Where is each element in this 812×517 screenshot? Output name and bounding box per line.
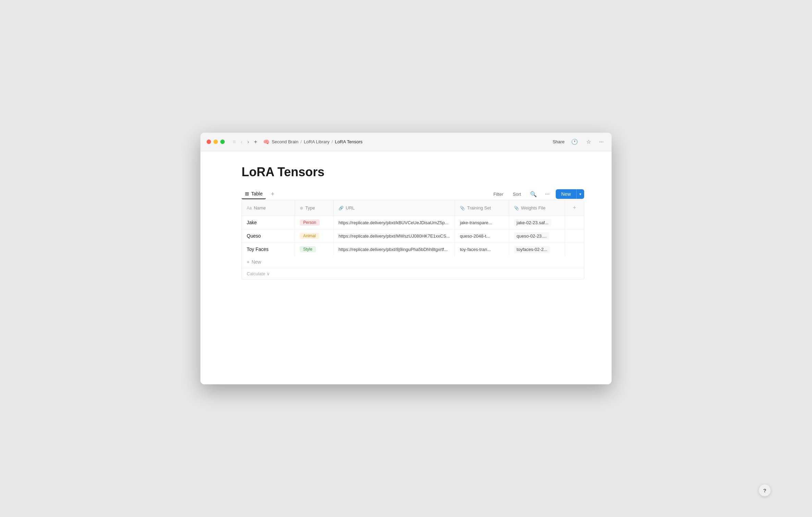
favorite-button[interactable]: ☆ xyxy=(585,137,593,146)
col-header-weights-file[interactable]: 📎 Weights File xyxy=(509,200,565,216)
name-col-label: Name xyxy=(254,205,266,211)
cell-name-queso[interactable]: Queso xyxy=(242,229,295,243)
calculate-label: Calculate xyxy=(247,271,265,276)
history-button[interactable]: 🕐 xyxy=(569,137,580,146)
add-new-row-button[interactable]: + New xyxy=(242,256,584,268)
url-value-jake: https://replicate.delivery/pbxt/kBUVCeUe… xyxy=(339,220,448,225)
help-button[interactable]: ? xyxy=(759,484,771,496)
forward-button[interactable]: › xyxy=(246,138,251,146)
table-row[interactable]: Queso Animal https://replicate.delivery/… xyxy=(242,229,584,243)
tag-animal[interactable]: Animal xyxy=(300,233,319,239)
name-value-toyfaces: Toy Faces xyxy=(247,247,269,252)
back-button[interactable]: ‹ xyxy=(239,138,244,146)
table-view-icon: ⊞ xyxy=(245,191,249,196)
page-title: LoRA Tensors xyxy=(242,165,584,179)
table-row[interactable]: Toy Faces Style https://replicate.delive… xyxy=(242,243,584,256)
cell-type-jake[interactable]: Person xyxy=(295,216,333,229)
search-button[interactable]: 🔍 xyxy=(528,190,539,199)
tag-style[interactable]: Style xyxy=(300,246,316,252)
tab-table[interactable]: ⊞ Table xyxy=(242,189,266,199)
workspace-name[interactable]: Second Brain xyxy=(272,139,298,144)
fullscreen-button[interactable] xyxy=(220,140,225,144)
breadcrumb-sep-2: / xyxy=(332,139,333,144)
sort-button[interactable]: Sort xyxy=(510,190,524,198)
calculate-chevron-icon: ∨ xyxy=(267,271,270,276)
weights-value-queso: queso-02-23.... xyxy=(514,232,549,240)
add-icon: + xyxy=(247,259,249,265)
cell-weights-toyfaces[interactable]: toyfaces-02-2... xyxy=(509,243,565,256)
cell-weights-queso[interactable]: queso-02-23.... xyxy=(509,229,565,243)
training-value-queso: queso-2048-t... xyxy=(460,233,490,239)
share-button[interactable]: Share xyxy=(553,139,565,144)
cell-training-jake[interactable]: jake-transpare... xyxy=(455,216,509,229)
data-table-container: Aa Name ⊕ Type 🔗 xyxy=(242,200,584,279)
url-value-toyfaces: https://replicate.delivery/pbxt/8j9inguP… xyxy=(339,247,448,252)
cell-name-toyfaces[interactable]: Toy Faces xyxy=(242,243,295,256)
cell-training-toyfaces[interactable]: toy-faces-tran... xyxy=(455,243,509,256)
url-col-label: URL xyxy=(346,205,355,211)
cell-training-queso[interactable]: queso-2048-t... xyxy=(455,229,509,243)
cell-empty-2 xyxy=(565,229,584,243)
tag-person[interactable]: Person xyxy=(300,219,320,226)
training-col-icon: 📎 xyxy=(460,206,465,211)
col-add-button[interactable]: + xyxy=(565,200,584,216)
nav-buttons: ≡ ‹ › + xyxy=(231,138,259,146)
breadcrumb-sep-1: / xyxy=(300,139,302,144)
cell-url-jake[interactable]: https://replicate.delivery/pbxt/kBUVCeUe… xyxy=(334,216,455,229)
url-value-queso: https://replicate.delivery/pbxt/MWszUJ08… xyxy=(339,233,450,239)
data-table: Aa Name ⊕ Type 🔗 xyxy=(242,200,584,256)
weights-col-icon: 📎 xyxy=(514,206,519,211)
add-page-button[interactable]: + xyxy=(252,138,259,146)
view-tabs: ⊞ Table + xyxy=(242,189,276,199)
filter-button[interactable]: Filter xyxy=(491,190,506,198)
cell-weights-jake[interactable]: jake-02-23.saf... xyxy=(509,216,565,229)
weights-col-label: Weights File xyxy=(521,205,545,211)
table-tab-label: Table xyxy=(251,191,262,196)
col-header-type[interactable]: ⊕ Type xyxy=(295,200,333,216)
cell-url-queso[interactable]: https://replicate.delivery/pbxt/MWszUJ08… xyxy=(334,229,455,243)
col-header-training-set[interactable]: 📎 Training Set xyxy=(455,200,509,216)
more-options-button[interactable]: ··· xyxy=(598,138,605,146)
section-name[interactable]: LoRA Library xyxy=(304,139,330,144)
more-table-options-button[interactable]: ··· xyxy=(543,190,552,199)
cell-type-queso[interactable]: Animal xyxy=(295,229,333,243)
close-button[interactable] xyxy=(207,140,211,144)
new-button-group: New ▾ xyxy=(556,189,584,199)
type-col-icon: ⊕ xyxy=(300,206,303,211)
page-name[interactable]: LoRA Tensors xyxy=(335,139,362,144)
new-record-button[interactable]: New xyxy=(556,189,576,199)
table-header-row: Aa Name ⊕ Type 🔗 xyxy=(242,200,584,216)
cell-url-toyfaces[interactable]: https://replicate.delivery/pbxt/8j9inguP… xyxy=(334,243,455,256)
name-value-queso: Queso xyxy=(247,233,261,239)
cell-name-jake[interactable]: Jake xyxy=(242,216,295,229)
workspace-icon: 🧠 xyxy=(263,139,270,145)
main-content: LoRA Tensors ⊞ Table + Filter Sort 🔍 ···… xyxy=(200,151,612,384)
type-col-label: Type xyxy=(305,205,315,211)
training-value-jake: jake-transpare... xyxy=(460,220,492,225)
new-row-label: New xyxy=(251,259,261,265)
col-header-name[interactable]: Aa Name xyxy=(242,200,295,216)
weights-value-jake: jake-02-23.saf... xyxy=(514,219,551,226)
url-col-icon: 🔗 xyxy=(339,206,344,211)
cell-type-toyfaces[interactable]: Style xyxy=(295,243,333,256)
titlebar: ≡ ‹ › + 🧠 Second Brain / LoRA Library / … xyxy=(200,133,612,151)
training-col-label: Training Set xyxy=(467,205,491,211)
toolbar-actions: Filter Sort 🔍 ··· New ▾ xyxy=(491,189,584,199)
training-value-toyfaces: toy-faces-tran... xyxy=(460,247,491,252)
col-header-url[interactable]: 🔗 URL xyxy=(334,200,455,216)
add-view-button[interactable]: + xyxy=(269,190,276,199)
weights-value-toyfaces: toyfaces-02-2... xyxy=(514,246,550,253)
name-value-jake: Jake xyxy=(247,220,257,225)
add-column-button[interactable]: + xyxy=(570,203,579,213)
table-toolbar: ⊞ Table + Filter Sort 🔍 ··· New ▾ xyxy=(242,189,584,199)
sidebar-toggle-button[interactable]: ≡ xyxy=(231,138,237,146)
titlebar-actions: Share 🕐 ☆ ··· xyxy=(553,137,605,146)
cell-empty-3 xyxy=(565,243,584,256)
minimize-button[interactable] xyxy=(213,140,218,144)
table-row[interactable]: Jake Person https://replicate.delivery/p… xyxy=(242,216,584,229)
app-window: ≡ ‹ › + 🧠 Second Brain / LoRA Library / … xyxy=(200,133,612,384)
calculate-button[interactable]: Calculate ∨ xyxy=(242,268,584,279)
breadcrumb: 🧠 Second Brain / LoRA Library / LoRA Ten… xyxy=(263,139,549,145)
new-record-dropdown-button[interactable]: ▾ xyxy=(576,189,584,199)
traffic-lights xyxy=(207,140,225,144)
